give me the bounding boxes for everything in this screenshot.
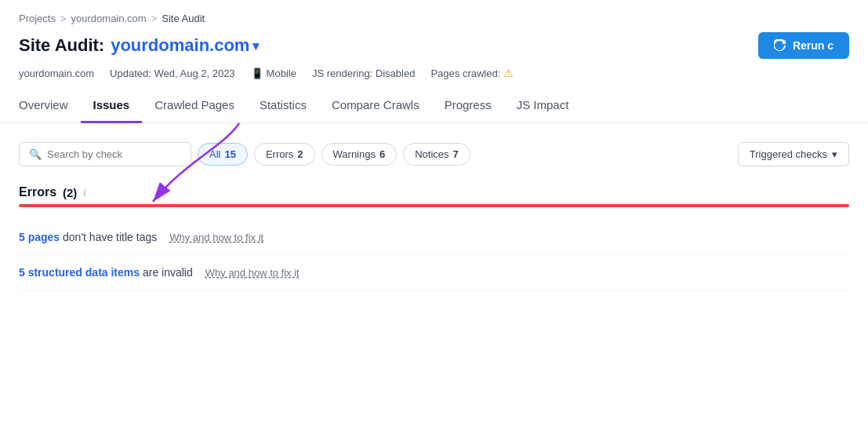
tab-js-impact[interactable]: JS Impact bbox=[504, 90, 582, 123]
meta-js-rendering: JS rendering: Disabled bbox=[312, 68, 416, 79]
tab-issues[interactable]: Issues bbox=[81, 90, 143, 123]
page-title-row: Site Audit: yourdomain.com ▾ Rerun c bbox=[19, 32, 849, 59]
warning-icon: ⚠ bbox=[503, 67, 514, 79]
triggered-checks-button[interactable]: Triggered checks ▾ bbox=[738, 142, 849, 166]
issue-1-desc: don't have title tags bbox=[63, 231, 157, 243]
meta-updated: Updated: Wed, Aug 2, 2023 bbox=[110, 68, 235, 79]
page-title-static: Site Audit: bbox=[19, 35, 104, 56]
annotation-arrow bbox=[122, 115, 263, 217]
mobile-icon: 📱 bbox=[251, 68, 263, 79]
filters-row: 🔍 All 15 Errors 2 Warnings 6 Notices 7 T… bbox=[19, 142, 849, 166]
tab-progress[interactable]: Progress bbox=[432, 90, 504, 123]
tab-crawled-pages[interactable]: Crawled Pages bbox=[142, 90, 247, 123]
page-title: Site Audit: yourdomain.com ▾ bbox=[19, 35, 259, 56]
filter-errors[interactable]: Errors 2 bbox=[254, 143, 315, 166]
tab-statistics[interactable]: Statistics bbox=[247, 90, 319, 123]
search-icon: 🔍 bbox=[29, 148, 42, 160]
info-icon[interactable]: i bbox=[83, 187, 85, 199]
domain-name: yourdomain.com bbox=[111, 35, 249, 56]
error-bar bbox=[19, 204, 849, 207]
errors-section-title: Errors bbox=[19, 185, 56, 199]
domain-link[interactable]: yourdomain.com ▾ bbox=[111, 35, 259, 56]
filter-warnings-label: Warnings bbox=[333, 148, 376, 160]
issue-1-fix-link[interactable]: Why and how to fix it bbox=[169, 232, 263, 243]
tab-compare-crawls[interactable]: Compare Crawls bbox=[319, 90, 432, 123]
breadcrumb-sep-1: > bbox=[60, 13, 67, 24]
rerun-icon bbox=[774, 39, 786, 52]
issue-2-desc: are invalid bbox=[143, 266, 193, 279]
issue-row: 5 pages don't have title tags Why and ho… bbox=[19, 220, 849, 255]
issue-1-text: 5 pages don't have title tags bbox=[19, 231, 157, 243]
errors-section-header: Errors (2) i bbox=[19, 185, 849, 199]
meta-pages-crawled: Pages crawled: ⚠ bbox=[430, 67, 514, 79]
triggered-checks-label: Triggered checks bbox=[750, 148, 827, 160]
meta-row: yourdomain.com Updated: Wed, Aug 2, 2023… bbox=[19, 67, 849, 79]
meta-device: 📱 Mobile bbox=[251, 68, 296, 79]
filter-all-label: All bbox=[209, 148, 220, 160]
breadcrumb-projects[interactable]: Projects bbox=[19, 13, 56, 24]
issue-1-count-link[interactable]: 5 pages bbox=[19, 231, 60, 243]
breadcrumb-domain[interactable]: yourdomain.com bbox=[71, 13, 147, 24]
triggered-chevron-icon: ▾ bbox=[832, 148, 837, 160]
breadcrumb: Projects > yourdomain.com > Site Audit bbox=[19, 13, 849, 24]
chevron-down-icon: ▾ bbox=[252, 38, 259, 53]
meta-domain: yourdomain.com bbox=[19, 68, 94, 79]
issue-2-count-link[interactable]: 5 structured data items bbox=[19, 266, 140, 279]
content-area: 🔍 All 15 Errors 2 Warnings 6 Notices 7 T… bbox=[0, 123, 868, 290]
filter-errors-count: 2 bbox=[297, 148, 303, 160]
tab-overview[interactable]: Overview bbox=[19, 90, 81, 123]
search-input[interactable] bbox=[47, 148, 181, 160]
filter-warnings[interactable]: Warnings 6 bbox=[321, 143, 398, 166]
filter-notices[interactable]: Notices 7 bbox=[403, 143, 470, 166]
search-box[interactable]: 🔍 bbox=[19, 142, 191, 166]
rerun-button[interactable]: Rerun c bbox=[758, 32, 849, 59]
issue-2-text: 5 structured data items are invalid bbox=[19, 266, 193, 279]
filter-errors-label: Errors bbox=[266, 148, 293, 160]
filter-notices-count: 7 bbox=[453, 148, 459, 160]
filter-all[interactable]: All 15 bbox=[198, 143, 248, 166]
issue-row: 5 structured data items are invalid Why … bbox=[19, 255, 849, 290]
errors-section-count: (2) bbox=[63, 186, 77, 199]
filter-warnings-count: 6 bbox=[380, 148, 385, 160]
issue-2-fix-link[interactable]: Why and how to fix it bbox=[205, 267, 300, 279]
nav-tabs: Overview Issues Crawled Pages Statistics… bbox=[0, 90, 868, 123]
filter-notices-label: Notices bbox=[415, 148, 449, 160]
rerun-label: Rerun c bbox=[793, 39, 833, 52]
breadcrumb-current: Site Audit bbox=[162, 13, 205, 24]
breadcrumb-sep-2: > bbox=[151, 13, 158, 24]
filter-all-count: 15 bbox=[224, 148, 235, 160]
